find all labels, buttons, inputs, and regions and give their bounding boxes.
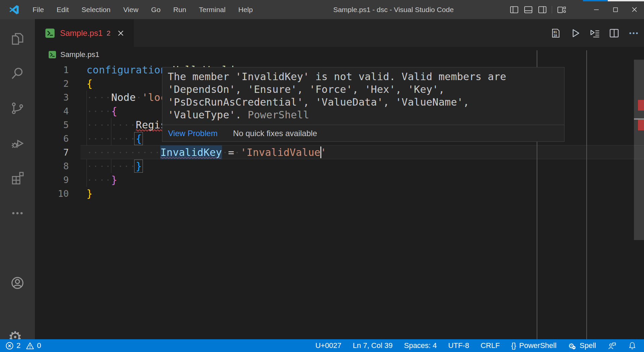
code-token: InvalidKey	[160, 145, 222, 159]
braces-icon: {}	[511, 341, 516, 350]
spell-checker-status[interactable]: ⚙ Spell	[568, 341, 596, 350]
problems-indicator[interactable]: 2 0	[5, 341, 41, 350]
code-token: =	[228, 145, 234, 159]
code-token: Node	[111, 91, 136, 104]
code-area[interactable]: 1configurationHelloWorld2{3Node'localhos…	[0, 0, 644, 352]
line-number[interactable]: 8	[35, 159, 69, 173]
whitespace-dot	[132, 124, 133, 126]
whitespace-dot	[89, 111, 90, 112]
line-number[interactable]: 2	[35, 77, 69, 91]
whitespace-dot	[120, 166, 121, 167]
error-icon	[5, 342, 14, 350]
whitespace-dot	[89, 138, 90, 139]
code-token: 'InvalidValue'	[240, 145, 327, 159]
code-token: }	[111, 173, 117, 187]
line-number[interactable]: 3	[35, 91, 69, 104]
code-token: }	[136, 159, 142, 173]
language-mode[interactable]: {}PowerShell	[511, 341, 556, 350]
line-number[interactable]: 6	[35, 132, 69, 145]
whitespace-dot	[132, 138, 133, 139]
whitespace-dot	[89, 166, 90, 167]
hover-message-line: The member 'InvalidKey' is not valid. Va…	[168, 70, 559, 83]
code-token: configuration	[87, 63, 167, 77]
code-token: {	[136, 132, 142, 145]
whitespace-dot	[120, 124, 121, 126]
text-cursor	[320, 146, 321, 158]
whitespace-dot	[89, 97, 90, 98]
whitespace-dot	[101, 97, 103, 98]
spell-gear-icon: ⚙	[568, 341, 577, 350]
whitespace-dot	[138, 97, 140, 98]
code-line[interactable]	[35, 145, 634, 159]
whitespace-dot	[120, 138, 121, 139]
unicode-codepoint[interactable]: U+0027	[315, 341, 341, 350]
editor-ruler	[586, 50, 587, 339]
scrollbar-slider[interactable]	[634, 60, 644, 240]
code-token: }	[87, 187, 93, 200]
hover-footer: View Problem No quick fixes available	[162, 125, 564, 141]
line-number[interactable]: 10	[35, 187, 69, 200]
whitespace-dot	[89, 152, 90, 153]
notifications-bell-icon[interactable]	[628, 341, 637, 350]
whitespace-dot	[101, 152, 103, 153]
status-bar: 2 0 U+0027 Ln 7, Col 39 Spaces: 4 UTF-8 …	[0, 339, 644, 352]
quick-fix-status: No quick fixes available	[233, 129, 317, 138]
whitespace-dot	[132, 166, 133, 167]
whitespace-dot	[120, 152, 121, 153]
cursor-position[interactable]: Ln 7, Col 39	[353, 341, 393, 350]
hover-message-line: 'ValueType'. PowerShell	[168, 109, 559, 121]
file-encoding[interactable]: UTF-8	[448, 341, 469, 350]
whitespace-dot	[224, 152, 226, 153]
line-number[interactable]: 1	[35, 63, 69, 77]
code-token: {	[87, 77, 93, 91]
whitespace-dot	[101, 138, 103, 139]
overview-cursor-mark	[634, 118, 644, 120]
vscode-window: File Edit Selection View Go Run Terminal…	[0, 0, 644, 352]
whitespace-dot	[89, 179, 90, 181]
whitespace-dot	[151, 152, 152, 153]
whitespace-dot	[101, 111, 103, 112]
overview-error-mark	[638, 100, 644, 111]
code-line[interactable]	[35, 173, 634, 187]
warning-count: 0	[37, 341, 41, 350]
indentation-setting[interactable]: Spaces: 4	[404, 341, 437, 350]
warning-icon	[26, 342, 34, 350]
line-number[interactable]: 7	[35, 145, 69, 159]
whitespace-dot	[101, 179, 103, 181]
whitespace-dot	[157, 152, 158, 153]
whitespace-dot	[101, 124, 103, 126]
view-problem-link[interactable]: View Problem	[168, 129, 218, 138]
hover-message-line: 'PsDscRunAsCredential', 'ValueData', 'Va…	[168, 96, 559, 109]
whitespace-dot	[138, 152, 140, 153]
error-count: 2	[16, 341, 20, 350]
line-number[interactable]: 4	[35, 104, 69, 118]
eol-setting[interactable]: CRLF	[481, 341, 500, 350]
error-hover-tooltip: The member 'InvalidKey' is not valid. Va…	[162, 67, 565, 142]
code-line[interactable]	[35, 187, 634, 200]
hover-message-line: 'DependsOn', 'Ensure', 'Force', 'Hex', '…	[168, 83, 559, 96]
editor-scrollbar[interactable]	[634, 57, 644, 339]
code-line[interactable]	[35, 159, 634, 173]
whitespace-dot	[101, 166, 103, 167]
line-number[interactable]: 5	[35, 118, 69, 132]
whitespace-dot	[132, 152, 133, 153]
hover-message: The member 'InvalidKey' is not valid. Va…	[162, 67, 564, 125]
overview-error-mark	[638, 120, 644, 130]
code-token: {	[111, 104, 117, 118]
hover-source-label: PowerShell	[248, 109, 310, 121]
line-number[interactable]: 9	[35, 173, 69, 187]
feedback-icon[interactable]	[607, 341, 616, 350]
whitespace-dot	[89, 124, 90, 126]
